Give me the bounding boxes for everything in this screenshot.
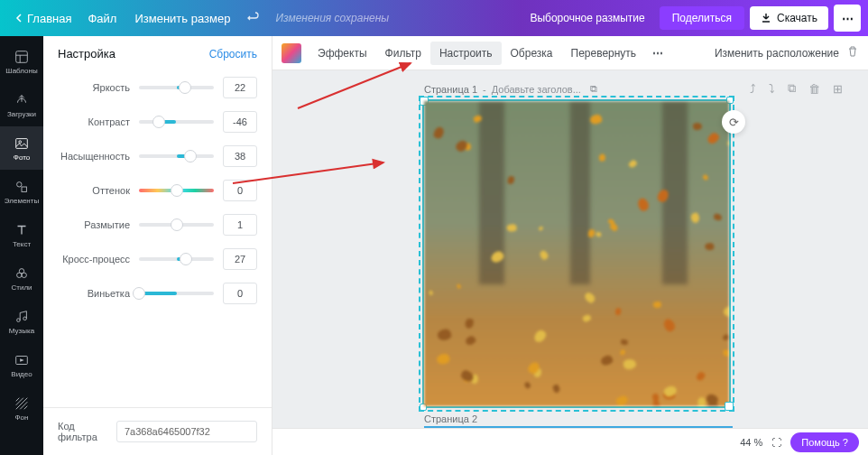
slider-vignette: Виньетка0 [58,283,257,304]
slider-label: Кросс-процесс [58,254,139,265]
page-tools: ⤴ ⤵ ⧉ 🗑 ⊞ [750,81,843,96]
nav-background[interactable]: Фон [0,386,43,430]
adjust-panel: Настройка Сбросить Яркость22Контраст-46Н… [43,36,272,455]
slider-thumb[interactable] [180,253,192,265]
left-nav: Шаблоны Загрузки Фото Элементы Текст Сти… [0,36,43,455]
slider-thumb[interactable] [171,184,183,197]
slider-xprocess: Кросс-процесс27 [58,248,257,270]
slider-thumb[interactable] [152,116,165,128]
slider-label: Оттенок [58,185,139,196]
nav-text[interactable]: Текст [0,213,43,256]
image-toolbar: Эффекты Фильтр Настроить Обрезка Перевер… [272,36,868,70]
slider-thumb[interactable] [184,150,197,162]
filter-code-input[interactable] [116,421,257,442]
undo-icon [246,10,261,24]
download-button[interactable]: Скачать [750,6,828,30]
delete-page-icon[interactable]: 🗑 [808,82,820,96]
status-bar: 44 % ⛶ Помощь ? [272,428,868,455]
slider-value[interactable]: 0 [223,283,257,304]
page-up-icon[interactable]: ⤴ [750,82,756,96]
nav-photos[interactable]: Фото [0,126,43,170]
svg-point-6 [17,273,22,277]
slider-value[interactable]: 38 [223,145,257,167]
home-button[interactable]: Главная [7,8,78,29]
slider-saturation: Насыщенность38 [58,145,257,167]
slider-brightness: Яркость22 [58,77,257,98]
slider-label: Контраст [58,116,139,127]
slider-track[interactable] [139,86,214,89]
add-page-icon[interactable]: ⊞ [833,82,843,96]
slider-value[interactable]: 22 [223,77,257,98]
svg-rect-1 [16,138,28,148]
effects-button[interactable]: Эффекты [309,42,376,65]
page2-label: Страница 2 [424,413,477,424]
share-button[interactable]: Поделиться [660,6,744,30]
refresh-image-button[interactable]: ⟳ [722,110,745,134]
save-status: Изменения сохранены [275,12,389,24]
page-header: Страница 1- Добавьте заголов... ⧉ [424,83,597,95]
undo-button[interactable] [239,6,268,31]
slider-label: Размытие [58,219,139,230]
slider-track[interactable] [139,223,214,227]
color-palette-button[interactable] [282,43,301,63]
slider-track[interactable] [139,120,214,124]
slider-thumb[interactable] [133,287,145,300]
slider-value[interactable]: 27 [223,248,257,270]
more-button[interactable]: ⋯ [834,5,861,32]
slider-track[interactable] [139,292,214,295]
nav-styles[interactable]: Стили [0,256,43,300]
page-title-placeholder[interactable]: Добавьте заголов... [492,84,581,95]
chevron-left-icon [14,14,23,23]
slider-track[interactable] [139,257,214,261]
file-menu[interactable]: Файл [78,8,125,29]
delete-button[interactable] [846,45,859,60]
flip-button[interactable]: Перевернуть [562,42,646,65]
help-button[interactable]: Помощь ? [790,432,859,452]
crop-button[interactable]: Обрезка [502,42,562,65]
reset-button[interactable]: Сбросить [209,48,257,60]
filter-button[interactable]: Фильтр [376,42,430,65]
selective-blur-label[interactable]: Выборочное размытие [521,8,653,28]
slider-thumb[interactable] [179,81,191,94]
nav-music[interactable]: Музыка [0,300,43,343]
page-down-icon[interactable]: ⤵ [769,82,775,96]
zoom-level[interactable]: 44 % [740,437,762,448]
nav-video[interactable]: Видео [0,343,43,386]
slider-value[interactable]: 0 [223,180,257,201]
copy-icon[interactable]: ⧉ [590,83,597,95]
svg-point-7 [22,273,26,277]
nav-elements[interactable]: Элементы [0,170,43,213]
slider-thumb[interactable] [171,218,183,231]
svg-rect-4 [22,187,26,191]
slider-label: Яркость [58,82,139,93]
slider-label: Насыщенность [58,151,139,162]
arrange-button[interactable]: Изменить расположение [715,47,839,60]
selected-image[interactable]: ⟳ [422,99,731,408]
download-icon [761,13,771,23]
fullscreen-icon[interactable]: ⛶ [771,437,781,448]
more-tools-button[interactable]: ⋯ [645,42,672,65]
image-content [424,101,729,406]
slider-value[interactable]: -46 [223,111,257,133]
svg-point-9 [23,317,27,320]
slider-track[interactable] [139,154,214,158]
duplicate-page-icon[interactable]: ⧉ [788,81,796,96]
slider-tint: Оттенок0 [58,180,257,201]
nav-templates[interactable]: Шаблоны [0,40,43,83]
filter-code-label: Код фильтра [58,421,107,442]
slider-label: Виньетка [58,288,139,299]
adjust-button[interactable]: Настроить [430,42,502,65]
top-menu-bar: Главная Файл Изменить размер Изменения с… [0,0,868,36]
slider-value[interactable]: 1 [223,214,257,236]
svg-point-3 [17,181,22,186]
slider-contrast: Контраст-46 [58,111,257,133]
svg-point-8 [17,318,21,321]
resize-menu[interactable]: Изменить размер [125,8,239,29]
slider-track[interactable] [139,189,214,192]
trash-icon [846,45,859,58]
svg-point-2 [19,140,22,143]
svg-rect-0 [16,51,28,62]
canvas-area[interactable]: Страница 1- Добавьте заголов... ⧉ ⤴ ⤵ ⧉ … [272,70,868,428]
panel-title: Настройка [58,47,115,60]
nav-uploads[interactable]: Загрузки [0,83,43,126]
